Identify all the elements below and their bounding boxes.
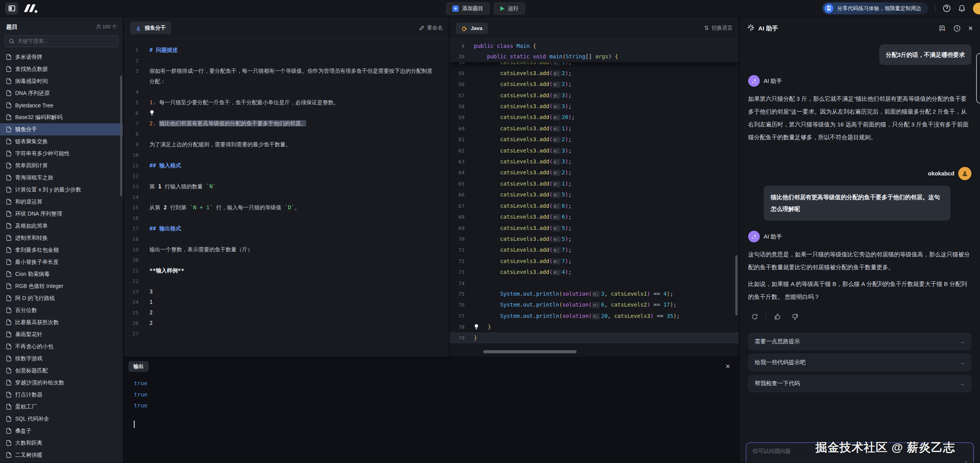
output-console[interactable]: truetruetrue <box>124 373 739 431</box>
sidebar-item[interactable]: 比赛最高获胜次数 <box>0 316 123 328</box>
sidebar-item[interactable]: Bytedance Tree <box>0 99 123 111</box>
lightbulb-icon[interactable] <box>149 110 154 116</box>
new-chat-icon[interactable] <box>938 25 946 32</box>
sidebar-item[interactable]: 打点计数器 <box>0 389 123 401</box>
document-icon <box>6 416 11 422</box>
document-icon <box>6 151 11 156</box>
editor-line: 69 catsLevels3.add(e:5); <box>450 223 739 234</box>
notifications-bell-icon[interactable] <box>958 4 966 12</box>
sidebar-item[interactable]: 多米诺骨牌 <box>0 51 123 63</box>
sidebar-item[interactable]: 拿到最多红包金额 <box>0 244 123 256</box>
output-close-icon[interactable]: ✕ <box>723 363 733 370</box>
sidebar-item[interactable]: 大数和距离 <box>0 437 123 449</box>
editor-line: 3假如有一群猫排成一行，要分配鱼干，每一只猫都有一个等级值。你作为管理员有很多鱼… <box>124 66 449 87</box>
line-number: 9 <box>124 139 149 150</box>
sidebar-item[interactable]: 简单四则计算 <box>0 160 123 172</box>
chat-input[interactable]: 你可以问我问题 <box>746 442 974 463</box>
promo-banner[interactable]: 分享代码练习体验，领限量定制周边 <box>822 2 928 14</box>
run-label: 运行 <box>508 5 519 12</box>
editor-line: 51. 每一只猫至少要分配一斤鱼干，鱼干分配最小单位是斤，必须保证是整数。 <box>124 97 449 108</box>
problem-tab[interactable]: 猫鱼分干 <box>130 22 171 34</box>
line-content: 2 <box>149 307 449 318</box>
code-editor[interactable]: 4public class Main {39 public static voi… <box>450 39 739 357</box>
sidebar-item[interactable]: 及格如此简单 <box>0 220 123 232</box>
sidebar-item[interactable]: 病毒感染时间 <box>0 75 123 87</box>
sidebar-item[interactable]: 暴雨梨花针 <box>0 328 123 340</box>
sidebar-toggle-button[interactable] <box>5 3 18 14</box>
switch-language-button[interactable]: ⇅ 切换语言 <box>704 25 733 32</box>
sidebar-item[interactable]: 创意标题匹配 <box>0 365 123 377</box>
sidebar-item[interactable]: 链表聚集交换 <box>0 135 123 147</box>
sidebar-item[interactable]: 猜数字游戏 <box>0 353 123 365</box>
sidebar-item[interactable]: 百分位数 <box>0 304 123 316</box>
language-tab[interactable]: Java <box>456 23 488 34</box>
app-logo[interactable] <box>24 4 38 13</box>
editor-scrollbar[interactable] <box>735 255 738 316</box>
send-icon[interactable] <box>959 460 968 463</box>
lightbulb-icon[interactable] <box>474 324 479 330</box>
sidebar-item[interactable]: Base32 编码和解码 <box>0 111 123 123</box>
document-icon <box>6 211 11 217</box>
markdown-editor[interactable]: 1# 问题描述23假如有一群猫排成一行，要分配鱼干，每一只猫都有一个等级值。你作… <box>124 39 449 357</box>
sidebar-item[interactable]: 不再贪心的小包 <box>0 340 123 353</box>
sidebar-item[interactable]: 进制求和转换 <box>0 232 123 244</box>
search-input[interactable]: 关键字搜索... <box>5 35 118 47</box>
editor-line: 4 <box>124 87 449 97</box>
sidebar-item[interactable]: 最小替换子串长度 <box>0 256 123 268</box>
editor-line: 11## 输入格式 <box>124 160 449 171</box>
suggestion-chip[interactable]: 给我一些代码提示吧→ <box>748 354 971 371</box>
panel-scrollbar-thumb[interactable] <box>976 53 980 103</box>
rename-button[interactable]: 重命名 <box>419 25 443 32</box>
document-icon <box>6 344 11 349</box>
document-icon <box>6 380 11 386</box>
sidebar-item[interactable]: 环状 DNA 序列整理 <box>0 208 123 220</box>
thumbs-up-icon[interactable] <box>772 311 784 323</box>
sidebar-item[interactable]: 猫鱼分干 <box>0 123 123 135</box>
sidebar-item[interactable]: 穿越沙漠的补给次数 <box>0 377 123 389</box>
sidebar-item-label: Base32 编码和解码 <box>15 114 62 121</box>
line-number: 75 <box>450 289 474 300</box>
document-icon <box>6 90 11 96</box>
sidebar-item[interactable]: 查找热点数据 <box>0 63 123 75</box>
line-number: 3 <box>124 66 149 87</box>
add-problem-label: 添加题目 <box>462 5 483 12</box>
sidebar-item[interactable]: 和的逆运算 <box>0 196 123 208</box>
sidebar-item[interactable]: 二叉树供暖 <box>0 449 123 461</box>
sidebar-item[interactable]: DNA 序列还原 <box>0 87 123 99</box>
help-icon[interactable] <box>943 4 951 12</box>
sidebar-item[interactable]: 字符串有多少种可能性 <box>0 147 123 160</box>
sidebar-item[interactable]: 青海湖租车之旅 <box>0 172 123 184</box>
sidebar-item[interactable]: 阿 D 的飞行路线 <box>0 292 123 304</box>
sidebar-item[interactable]: Cion 勒索病毒 <box>0 268 123 280</box>
user-avatar[interactable] <box>973 3 980 14</box>
sidebar-item[interactable]: SQL 代码补全 <box>0 413 123 425</box>
run-button[interactable]: 运行 <box>494 2 525 15</box>
sidebar-item[interactable]: 二分数字 <box>0 461 123 463</box>
java-cup-icon <box>461 25 467 31</box>
editor-line: 58 catsLevels3.add(e:3); <box>450 101 739 112</box>
suggestion-chip[interactable]: 帮我检查一下代码→ <box>748 375 971 392</box>
line-content <box>149 192 449 202</box>
add-problem-button[interactable]: + 添加题目 <box>446 2 490 15</box>
sidebar-item[interactable]: 蛋糕工厂 <box>0 401 123 413</box>
sidebar-scrollbar[interactable] <box>120 75 122 196</box>
close-assistant-icon[interactable]: ✕ <box>968 25 973 32</box>
output-tab[interactable]: 输出 <box>128 361 149 372</box>
regenerate-icon[interactable] <box>749 311 761 323</box>
editor-line: 75 System.out.println(solution(n:3, cats… <box>450 289 739 300</box>
history-icon[interactable] <box>953 25 961 32</box>
editor-line: 78 } <box>450 322 739 332</box>
editor-line: 21**输入样例** <box>124 265 449 276</box>
suggestion-chip[interactable]: 需要一点思路提示→ <box>748 333 971 350</box>
line-content: catsLevels3.add(e:3); <box>474 146 739 156</box>
sidebar-item[interactable]: RGB 色值转 Integer <box>0 280 123 292</box>
output-lines: truetruetrue <box>134 378 739 411</box>
line-number: 76 <box>450 300 474 310</box>
line-number: 1 <box>124 45 149 55</box>
sidebar-item[interactable]: 计算位置 x 到 y 的最少步数 <box>0 184 123 196</box>
line-content: catsLevels3.add(e:3); <box>474 156 739 167</box>
sidebar-item-label: 猜数字游戏 <box>15 355 42 362</box>
sidebar-item[interactable]: 叠盘子 <box>0 425 123 437</box>
thumbs-down-icon[interactable] <box>789 311 801 323</box>
horizontal-scrollbar[interactable] <box>483 350 577 353</box>
